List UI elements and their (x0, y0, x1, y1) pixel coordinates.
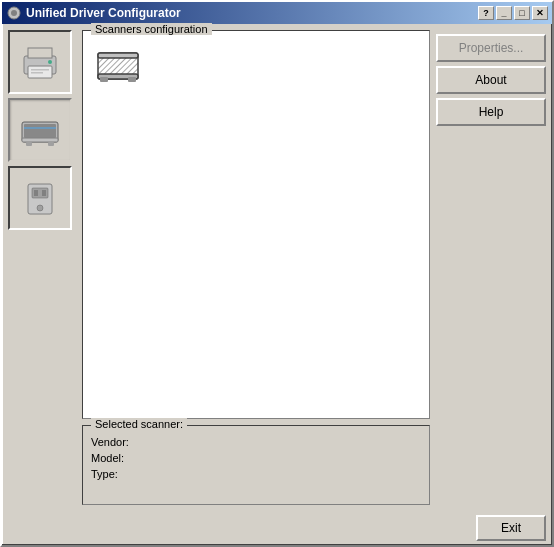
sidebar-item-storage[interactable] (8, 166, 72, 230)
about-button[interactable]: About (436, 66, 546, 94)
svg-point-7 (48, 60, 52, 64)
bottom-bar: Exit (2, 511, 552, 545)
type-line: Type: (91, 468, 421, 480)
window-content: Scanners configuration (2, 24, 552, 511)
selected-scanner-panel: Selected scanner: Vendor: Model: Type: (82, 425, 430, 505)
close-button[interactable]: ✕ (532, 6, 548, 20)
svg-rect-21 (98, 53, 138, 58)
svg-rect-3 (28, 48, 52, 58)
svg-rect-18 (42, 190, 46, 196)
properties-button[interactable]: Properties... (436, 34, 546, 62)
maximize-button[interactable]: □ (514, 6, 530, 20)
right-panel: Properties... About Help (436, 30, 546, 505)
help-panel-button[interactable]: Help (436, 98, 546, 126)
title-bar-left: Unified Driver Configurator (6, 5, 181, 21)
scanner-list-item[interactable] (91, 39, 145, 93)
svg-rect-10 (24, 127, 56, 129)
svg-rect-23 (100, 77, 108, 82)
svg-rect-13 (48, 142, 54, 146)
svg-point-16 (37, 205, 43, 211)
svg-rect-17 (34, 190, 38, 196)
svg-rect-11 (22, 138, 58, 142)
main-area: Scanners configuration (82, 30, 430, 505)
model-label: Model: (91, 452, 124, 464)
title-bar-buttons: ? _ □ ✕ (478, 6, 548, 20)
svg-rect-24 (128, 77, 136, 82)
main-window: Unified Driver Configurator ? _ □ ✕ (0, 0, 554, 547)
selected-scanner-legend: Selected scanner: (91, 418, 187, 430)
app-icon (6, 5, 22, 21)
title-bar: Unified Driver Configurator ? _ □ ✕ (2, 2, 552, 24)
help-button[interactable]: ? (478, 6, 494, 20)
svg-rect-12 (26, 142, 32, 146)
svg-rect-5 (31, 69, 49, 71)
exit-button[interactable]: Exit (476, 515, 546, 541)
model-line: Model: (91, 452, 421, 464)
scanners-config-legend: Scanners configuration (91, 23, 212, 35)
vendor-label: Vendor: (91, 436, 129, 448)
svg-rect-9 (24, 124, 56, 138)
sidebar (8, 30, 76, 505)
type-label: Type: (91, 468, 118, 480)
scanners-config-panel: Scanners configuration (82, 30, 430, 419)
sidebar-item-scanner[interactable] (8, 98, 72, 162)
sidebar-item-printer[interactable] (8, 30, 72, 94)
scanner-info: Vendor: Model: Type: (91, 434, 421, 480)
vendor-line: Vendor: (91, 436, 421, 448)
minimize-button[interactable]: _ (496, 6, 512, 20)
window-title: Unified Driver Configurator (26, 6, 181, 20)
svg-rect-6 (31, 72, 43, 74)
svg-point-1 (11, 10, 17, 16)
